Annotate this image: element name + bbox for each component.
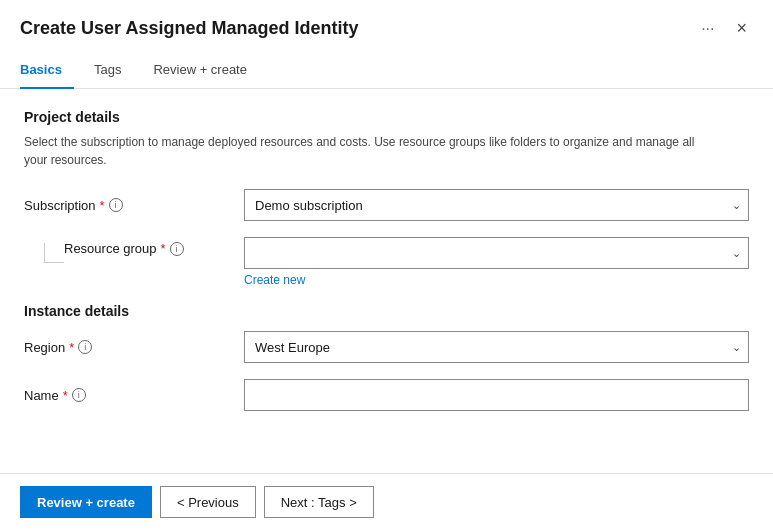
subscription-info-icon[interactable]: i bbox=[109, 198, 123, 212]
create-new-link[interactable]: Create new bbox=[244, 273, 749, 287]
subscription-row: Subscription * i Demo subscription ⌄ bbox=[24, 189, 749, 221]
region-select[interactable]: West Europe East US West US bbox=[244, 331, 749, 363]
region-required: * bbox=[69, 340, 74, 355]
region-row: Region * i West Europe East US West US ⌄ bbox=[24, 331, 749, 363]
resource-group-control: ⌄ bbox=[244, 237, 749, 269]
region-control: West Europe East US West US ⌄ bbox=[244, 331, 749, 363]
subscription-required: * bbox=[100, 198, 105, 213]
previous-button[interactable]: < Previous bbox=[160, 486, 256, 518]
instance-details-section: Instance details Region * i West Europe … bbox=[24, 303, 749, 411]
name-input[interactable] bbox=[244, 379, 749, 411]
create-dialog: Create User Assigned Managed Identity ··… bbox=[0, 0, 773, 530]
header-icons: ··· × bbox=[695, 16, 753, 41]
region-label-col: Region * i bbox=[24, 340, 244, 355]
rg-label-area: Resource group * i bbox=[24, 237, 244, 263]
indent-line bbox=[44, 243, 64, 263]
project-details-title: Project details bbox=[24, 109, 749, 125]
tab-review-create[interactable]: Review + create bbox=[153, 54, 259, 89]
resource-group-required: * bbox=[161, 241, 166, 256]
review-create-button[interactable]: Review + create bbox=[20, 486, 152, 518]
name-label-col: Name * i bbox=[24, 388, 244, 403]
name-label: Name bbox=[24, 388, 59, 403]
form-content: Project details Select the subscription … bbox=[0, 89, 773, 473]
name-control bbox=[244, 379, 749, 411]
next-button[interactable]: Next : Tags > bbox=[264, 486, 374, 518]
region-label: Region bbox=[24, 340, 65, 355]
name-info-icon[interactable]: i bbox=[72, 388, 86, 402]
close-button[interactable]: × bbox=[730, 16, 753, 41]
subscription-label-col: Subscription * i bbox=[24, 198, 244, 213]
dialog-footer: Review + create < Previous Next : Tags > bbox=[0, 473, 773, 530]
dialog-header: Create User Assigned Managed Identity ··… bbox=[0, 0, 773, 49]
resource-group-info-icon[interactable]: i bbox=[170, 242, 184, 256]
subscription-label: Subscription bbox=[24, 198, 96, 213]
subscription-control: Demo subscription ⌄ bbox=[244, 189, 749, 221]
instance-details-title: Instance details bbox=[24, 303, 749, 319]
ellipsis-icon[interactable]: ··· bbox=[695, 18, 720, 40]
region-select-wrapper: West Europe East US West US ⌄ bbox=[244, 331, 749, 363]
dialog-title: Create User Assigned Managed Identity bbox=[20, 18, 695, 39]
resource-group-select-wrapper: ⌄ bbox=[244, 237, 749, 269]
subscription-select[interactable]: Demo subscription bbox=[244, 189, 749, 221]
tab-basics[interactable]: Basics bbox=[20, 54, 74, 89]
name-required: * bbox=[63, 388, 68, 403]
resource-group-row: Resource group * i ⌄ bbox=[24, 237, 749, 269]
project-details-desc: Select the subscription to manage deploy… bbox=[24, 133, 704, 169]
tab-tags[interactable]: Tags bbox=[94, 54, 133, 89]
resource-group-label: Resource group bbox=[64, 241, 157, 256]
rg-label-col: Resource group * i bbox=[64, 237, 184, 256]
resource-group-select[interactable] bbox=[244, 237, 749, 269]
region-info-icon[interactable]: i bbox=[78, 340, 92, 354]
tabs-nav: Basics Tags Review + create bbox=[0, 53, 773, 89]
subscription-select-wrapper: Demo subscription ⌄ bbox=[244, 189, 749, 221]
name-row: Name * i bbox=[24, 379, 749, 411]
